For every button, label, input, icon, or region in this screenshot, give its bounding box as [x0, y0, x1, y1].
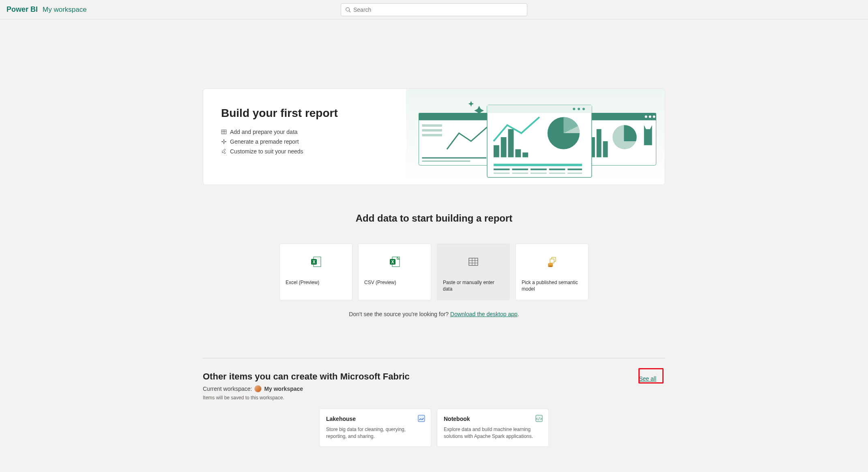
add-data-title: Add data to start building a report	[356, 213, 513, 224]
fabric-card-row: Lakehouse Store big data for cleaning, q…	[203, 409, 665, 447]
hero-bullet-text: Add and prepare your data	[230, 129, 298, 135]
hero-bullet: Generate a premade report	[221, 138, 406, 145]
brush-icon	[221, 149, 227, 154]
workspace-breadcrumb[interactable]: My workspace	[43, 6, 87, 14]
svg-rect-42	[549, 172, 565, 174]
svg-rect-20	[597, 129, 602, 157]
search-input[interactable]	[353, 6, 523, 13]
svg-rect-36	[531, 168, 547, 170]
sparkle-icon	[221, 139, 227, 144]
svg-rect-59	[550, 259, 554, 263]
fabric-card-desc: Store big data for cleaning, querying, r…	[326, 426, 424, 440]
hero-text: Build your first report Add and prepare …	[203, 89, 406, 185]
svg-point-15	[645, 115, 647, 118]
svg-rect-2	[221, 130, 226, 134]
download-period: .	[518, 311, 519, 317]
semantic-model-icon	[546, 256, 558, 268]
svg-point-62	[548, 265, 553, 267]
svg-line-1	[349, 11, 351, 12]
svg-rect-33	[494, 164, 582, 166]
fabric-card-title: Lakehouse	[326, 416, 424, 422]
table-icon	[221, 129, 227, 135]
svg-point-17	[653, 115, 655, 118]
hero-card: ✕ Build your first report Add and prepar…	[203, 88, 665, 185]
current-workspace-label: Current workspace:	[203, 386, 252, 392]
svg-text:</>: </>	[536, 417, 543, 421]
svg-point-0	[346, 7, 350, 11]
source-card-paste[interactable]: Paste or manually enter data	[437, 244, 510, 300]
svg-rect-39	[494, 172, 510, 174]
svg-rect-43	[567, 172, 582, 174]
svg-rect-29	[508, 129, 514, 157]
source-card-semantic-model[interactable]: Pick a published semantic model	[516, 244, 589, 300]
svg-rect-27	[494, 145, 499, 157]
svg-rect-9	[422, 129, 442, 131]
svg-rect-7	[419, 113, 491, 120]
svg-rect-41	[531, 172, 547, 174]
svg-rect-10	[422, 134, 442, 136]
svg-text:X: X	[313, 260, 316, 264]
svg-point-16	[649, 115, 651, 118]
source-card-row: X Excel (Preview) X CSV (Preview) Paste …	[279, 244, 589, 300]
hero-bullet: Customize to suit your needs	[221, 148, 406, 155]
svg-point-24	[582, 108, 585, 110]
source-card-excel[interactable]: X Excel (Preview)	[279, 244, 352, 300]
svg-rect-63	[418, 415, 425, 422]
svg-rect-35	[512, 168, 528, 170]
svg-point-25	[578, 108, 580, 110]
svg-rect-28	[501, 137, 507, 157]
svg-rect-37	[549, 168, 565, 170]
search-container	[341, 3, 527, 16]
svg-rect-8	[422, 124, 442, 127]
csv-icon: X	[389, 256, 401, 268]
fabric-subtitle: Current workspace: My workspace	[203, 385, 665, 392]
download-prefix: Don't see the source you're looking for?	[349, 311, 450, 317]
hero-illustration	[406, 89, 665, 185]
source-label: CSV (Preview)	[359, 280, 431, 286]
svg-rect-11	[422, 157, 486, 159]
brand-label: Power BI	[6, 5, 38, 14]
source-label: Paste or manually enter data	[437, 280, 509, 292]
notebook-icon: </>	[535, 415, 543, 422]
fabric-card-lakehouse[interactable]: Lakehouse Store big data for cleaning, q…	[319, 409, 431, 447]
excel-icon: X	[310, 256, 322, 268]
svg-point-26	[573, 108, 575, 110]
hero-bullet-text: Customize to suit your needs	[230, 148, 303, 155]
download-desktop-link[interactable]: Download the desktop app	[450, 311, 518, 317]
fabric-section: Other items you can create with Microsof…	[203, 358, 665, 447]
svg-rect-12	[422, 161, 470, 162]
download-line: Don't see the source you're looking for?…	[349, 311, 519, 317]
svg-rect-21	[603, 141, 608, 157]
fabric-note: Items will be saved to this workspace.	[203, 395, 665, 401]
app-header: Power BI My workspace	[0, 0, 868, 19]
current-workspace-name: My workspace	[264, 386, 303, 392]
hero-title: Build your first report	[221, 107, 406, 120]
see-all-link[interactable]: See all	[635, 373, 660, 384]
source-card-csv[interactable]: X CSV (Preview)	[358, 244, 431, 300]
fabric-card-notebook[interactable]: </> Notebook Explore data and build mach…	[437, 409, 549, 447]
svg-rect-34	[494, 168, 510, 170]
svg-rect-40	[512, 172, 528, 174]
source-label: Excel (Preview)	[280, 280, 352, 286]
hero-bullet-text: Generate a premade report	[230, 138, 299, 145]
avatar-icon	[254, 385, 262, 392]
svg-rect-23	[487, 105, 592, 113]
hero-bullet-list: Add and prepare your data Generate a pre…	[221, 129, 406, 155]
dashboard-illustration-icon	[406, 89, 665, 185]
search-box[interactable]	[341, 3, 527, 16]
svg-rect-53	[469, 258, 478, 265]
main-content: ✕ Build your first report Add and prepar…	[0, 19, 868, 447]
search-icon	[345, 7, 351, 13]
svg-rect-31	[522, 153, 528, 157]
svg-rect-38	[567, 168, 582, 170]
hero-bullet: Add and prepare your data	[221, 129, 406, 135]
svg-rect-30	[515, 149, 521, 157]
svg-text:X: X	[391, 260, 394, 264]
source-label: Pick a published semantic model	[516, 280, 588, 292]
fabric-card-title: Notebook	[444, 416, 542, 422]
lakehouse-icon	[418, 415, 425, 422]
fabric-card-desc: Explore data and build machine learning …	[444, 426, 542, 440]
table-icon	[467, 256, 479, 268]
fabric-title: Other items you can create with Microsof…	[203, 371, 665, 382]
